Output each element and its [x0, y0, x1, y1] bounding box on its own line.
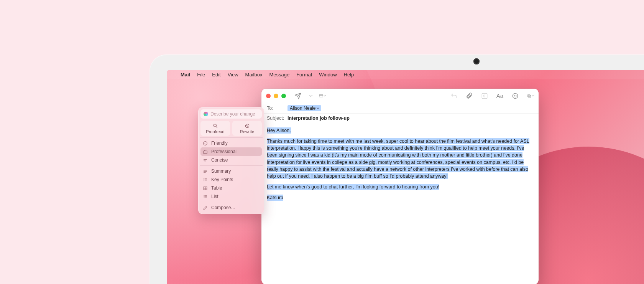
body-paragraph-2: Let me know when's good to chat further,…	[267, 184, 439, 190]
menu-message[interactable]: Message	[269, 72, 289, 78]
body-signature: Katsura	[267, 195, 283, 201]
writing-tools-panel: Describe your change Proofread Rewrite F…	[198, 107, 264, 214]
briefcase-icon	[203, 149, 208, 154]
svg-point-3	[513, 93, 518, 99]
action-table[interactable]: Table	[200, 184, 262, 192]
rewrite-icon	[245, 123, 250, 129]
app-menu[interactable]: Mail	[181, 72, 190, 78]
svg-rect-14	[204, 151, 207, 154]
separator	[200, 137, 263, 138]
menu-help[interactable]: Help	[344, 72, 354, 78]
minimize-button[interactable]	[274, 94, 278, 98]
header-fields-icon[interactable]	[319, 92, 326, 99]
keypoints-label: Key Points	[211, 177, 233, 182]
svg-rect-7	[528, 95, 531, 97]
body-greeting: Hey Alison,	[267, 127, 291, 134]
proofread-label: Proofread	[206, 129, 224, 134]
compose-header-fields: To: Alison Neale Subject: Interpretation…	[261, 103, 539, 123]
zoom-button[interactable]	[281, 94, 286, 98]
svg-point-13	[204, 141, 207, 145]
tone-concise[interactable]: Concise	[200, 156, 262, 164]
action-summary[interactable]: Summary	[200, 167, 262, 175]
svg-line-12	[246, 125, 248, 127]
svg-point-4	[514, 95, 514, 96]
svg-point-8	[529, 96, 529, 96]
format-icon[interactable]: Aa	[496, 92, 503, 99]
svg-rect-2	[482, 93, 487, 99]
menu-view[interactable]: View	[228, 72, 238, 78]
professional-label: Professional	[211, 149, 237, 154]
reply-icon[interactable]	[450, 92, 457, 99]
menu-format[interactable]: Format	[296, 72, 312, 78]
desktop-screen: Mail File Edit View Mailbox Message Form…	[167, 70, 644, 284]
list-icon	[203, 194, 208, 199]
svg-point-5	[516, 95, 516, 96]
menu-mailbox[interactable]: Mailbox	[245, 72, 263, 78]
action-list[interactable]: List	[200, 192, 262, 201]
compose-window: Aa To: Alison Neale Subject:	[261, 89, 539, 284]
compose-body[interactable]: Hey Alison, Thanks much for taking time …	[261, 123, 539, 284]
subject-value[interactable]: Interpretation job follow-up	[288, 116, 350, 121]
proofread-button[interactable]: Proofread	[200, 121, 230, 136]
pencil-icon	[203, 205, 208, 210]
smile-icon	[203, 141, 208, 146]
summary-icon	[203, 169, 208, 174]
concise-label: Concise	[211, 157, 228, 163]
attachment-icon[interactable]	[466, 92, 473, 99]
system-menubar: Mail File Edit View Mailbox Message Form…	[167, 70, 644, 79]
rewrite-label: Rewrite	[240, 129, 254, 134]
send-options-dropdown-icon[interactable]	[307, 92, 314, 99]
list-label: List	[211, 194, 219, 199]
tone-friendly[interactable]: Friendly	[200, 139, 262, 147]
describe-change-placeholder: Describe your change	[210, 111, 255, 117]
photo-browser-icon[interactable]	[527, 92, 534, 99]
keypoints-icon	[203, 177, 208, 182]
recipient-dropdown-icon[interactable]	[317, 106, 319, 109]
emoji-icon[interactable]	[512, 92, 519, 99]
separator	[200, 202, 263, 202]
subject-field-row[interactable]: Subject: Interpretation job follow-up	[261, 114, 539, 123]
device-camera	[473, 58, 480, 64]
close-button[interactable]	[266, 94, 271, 98]
action-keypoints[interactable]: Key Points	[200, 175, 262, 184]
menu-window[interactable]: Window	[319, 72, 337, 78]
to-field-row[interactable]: To: Alison Neale	[261, 103, 539, 114]
table-icon	[203, 186, 208, 191]
magnify-icon	[213, 123, 218, 129]
menu-file[interactable]: File	[197, 72, 205, 78]
to-label: To:	[267, 106, 288, 111]
svg-point-23	[204, 179, 204, 180]
recipient-name: Alison Neale	[290, 106, 315, 111]
body-paragraph-1: Thanks much for taking time to meet with…	[267, 138, 529, 179]
svg-rect-0	[319, 94, 323, 97]
concise-icon	[203, 158, 208, 163]
send-icon[interactable]	[294, 92, 301, 99]
svg-line-10	[216, 127, 217, 128]
compose-titlebar: Aa	[261, 89, 539, 103]
subject-label: Subject:	[267, 116, 288, 121]
svg-point-21	[204, 178, 204, 179]
action-compose[interactable]: Compose…	[200, 203, 262, 212]
describe-change-input[interactable]: Describe your change	[200, 109, 262, 119]
compose-label: Compose…	[211, 205, 235, 210]
menu-edit[interactable]: Edit	[212, 72, 220, 78]
svg-point-9	[214, 124, 216, 127]
friendly-label: Friendly	[211, 140, 228, 146]
summary-label: Summary	[211, 168, 231, 174]
separator	[200, 165, 263, 166]
table-label: Table	[211, 185, 222, 191]
sparkle-icon	[204, 112, 208, 116]
rewrite-button[interactable]: Rewrite	[232, 121, 262, 136]
recipient-chip[interactable]: Alison Neale	[288, 105, 321, 111]
tone-professional[interactable]: Professional	[200, 147, 262, 156]
window-controls	[266, 94, 286, 98]
svg-point-25	[204, 180, 204, 181]
link-editor-icon[interactable]	[481, 92, 488, 99]
